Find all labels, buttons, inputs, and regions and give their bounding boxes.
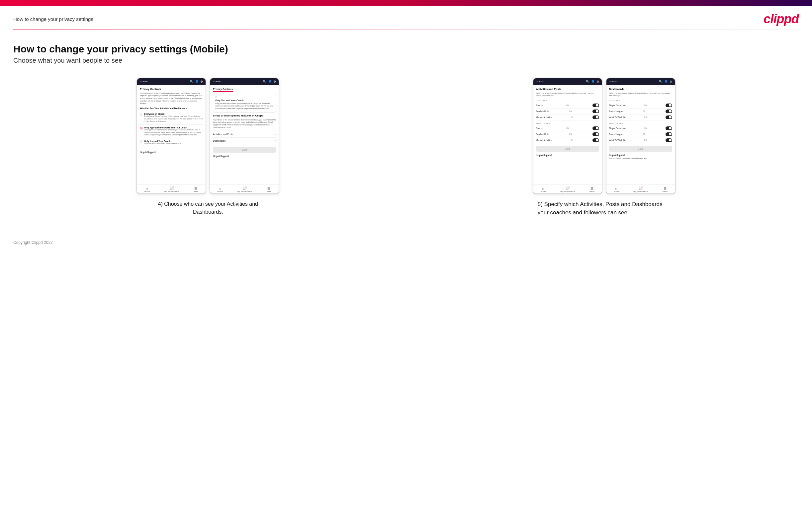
followers-what-work-row[interactable]: What To Work On ON	[609, 137, 672, 143]
settings-icon-3[interactable]: ⚙	[597, 80, 599, 83]
chevron-left-icon-2: ‹	[213, 80, 213, 82]
popup-radio-circle	[215, 96, 217, 98]
radio-everyone[interactable]: Everyone on Clippd Everyone on Clippd ca…	[140, 111, 203, 125]
phone-2-back[interactable]: ‹ < Back	[213, 80, 220, 82]
radio-circle-approved	[140, 127, 143, 129]
toggle-coaches-practice[interactable]	[593, 110, 599, 113]
coaches-rounds-row[interactable]: Rounds ON	[536, 103, 599, 109]
user-icon[interactable]: 👤	[195, 80, 199, 83]
phone-1-nav: ‹ < Back 🔍 👤 ⚙	[137, 78, 206, 85]
save-button-3[interactable]: Save	[536, 146, 599, 152]
toggle-followers-what-to-work[interactable]	[666, 138, 672, 142]
phone-3-nav: ‹ < Back 🔍 👤 ⚙	[534, 78, 602, 85]
followers-label-4: FOLLOWERS	[609, 122, 672, 124]
phone-4-nav: ‹ < Back 🔍 👤 ⚙	[606, 78, 675, 85]
phone-4-desc: Select the dashboards that you'd like to…	[609, 92, 672, 97]
toggle-coaches-manual[interactable]	[593, 115, 599, 119]
radio-only-you-text: Only You and Your Coach Only you and the…	[144, 140, 181, 145]
user-icon-2[interactable]: 👤	[268, 80, 272, 83]
phone-3-help: Help & Support	[536, 153, 599, 156]
followers-player-row[interactable]: Player Dashboard ON	[609, 125, 672, 131]
phone-3-back[interactable]: ‹ < Back	[536, 80, 544, 82]
chevron-left-icon: ‹	[140, 80, 141, 82]
coaches-what-work-row[interactable]: What To Work On ON	[609, 114, 672, 120]
double-phones-1-2: ‹ < Back 🔍 👤 ⚙ Privacy Controls Control …	[137, 78, 279, 194]
settings-icon-2[interactable]: ⚙	[273, 80, 276, 83]
search-icon-3[interactable]: 🔍	[586, 80, 590, 83]
coaches-player-row[interactable]: Player Dashboard ON	[609, 103, 672, 109]
coaches-practice-row[interactable]: Practice Drills ON	[536, 109, 599, 114]
footer-menu-2[interactable]: ☰ Menu	[266, 186, 271, 192]
phone-1: ‹ < Back 🔍 👤 ⚙ Privacy Controls Control …	[137, 78, 206, 194]
chevron-right-dashboards: ›	[275, 139, 276, 143]
menu-icon-1: ☰	[194, 186, 197, 190]
phone-1-back[interactable]: ‹ < Back	[140, 80, 147, 82]
phone-2-nav: ‹ < Back 🔍 👤 ⚙	[210, 78, 278, 85]
mockups-row: ‹ < Back 🔍 👤 ⚙ Privacy Controls Control …	[13, 78, 799, 217]
on-label-c-rounds: ON	[566, 104, 569, 106]
settings-icon-4[interactable]: ⚙	[669, 80, 672, 83]
phone-3-nav-icons: 🔍 👤 ⚙	[586, 80, 599, 83]
save-button-2[interactable]: Save	[213, 147, 276, 153]
toggle-coaches-round-insights[interactable]	[666, 110, 672, 113]
coaches-round-insights-row[interactable]: Round Insights ON	[609, 109, 672, 114]
footer-home-2[interactable]: ⌂ Home	[217, 186, 223, 192]
on-label-f-rounds: ON	[566, 127, 569, 129]
footer-performance-2[interactable]: 📈 My Performance	[238, 186, 252, 192]
footer-performance-3[interactable]: 📈 My Performance	[560, 186, 575, 192]
toggle-followers-practice[interactable]	[593, 132, 599, 136]
on-label-c-manual: ON	[570, 116, 573, 118]
radio-circle-only-you	[140, 140, 143, 143]
on-label-f-manual: ON	[570, 139, 573, 141]
toggle-coaches-rounds[interactable]	[593, 104, 599, 107]
radio-everyone-text: Everyone on Clippd Everyone on Clippd ca…	[144, 113, 203, 123]
toggle-followers-round-insights[interactable]	[666, 132, 672, 136]
phone-3-desc: Select the types of activity that you'd …	[536, 92, 599, 97]
popup-desc: Only you and the coaches you connect wit…	[215, 103, 274, 110]
followers-practice-row[interactable]: Practice Drills ON	[536, 131, 599, 137]
followers-rounds-row[interactable]: Rounds ON	[536, 125, 599, 131]
dashboards-row[interactable]: Dashboards ›	[213, 138, 276, 144]
phone-4: ‹ < Back 🔍 👤 ⚙ Dashboards Select the das…	[606, 78, 675, 194]
popup-title: Only You and Your Coach	[215, 99, 274, 102]
home-icon-2: ⌂	[219, 186, 221, 190]
home-icon-4: ⌂	[615, 186, 617, 190]
footer-menu-3[interactable]: ☰ Menu	[590, 186, 595, 192]
phone-4-help-desc: Visit our Clippd community to troublesho…	[609, 157, 672, 160]
phone-1-body: Privacy Controls Control how you and you…	[137, 85, 206, 184]
toggle-followers-player[interactable]	[666, 126, 672, 130]
footer-home-3[interactable]: ⌂ Home	[541, 186, 546, 192]
search-icon-4[interactable]: 🔍	[659, 80, 663, 83]
toggle-followers-rounds[interactable]	[593, 126, 599, 130]
followers-round-insights-row[interactable]: Round Insights ON	[609, 131, 672, 137]
page-heading: How to change your privacy settings (Mob…	[13, 44, 799, 55]
phone-4-back[interactable]: ‹ < Back	[609, 80, 617, 82]
footer-menu-4[interactable]: ☰ Menu	[663, 186, 667, 192]
coaches-label-4: COACHES	[609, 100, 672, 102]
search-icon-2[interactable]: 🔍	[263, 80, 266, 83]
footer-home-4[interactable]: ⌂ Home	[614, 186, 619, 192]
on-label-f-practice: ON	[569, 133, 572, 135]
user-icon-3[interactable]: 👤	[591, 80, 595, 83]
copyright: Copyright Clippd 2022	[0, 230, 812, 251]
toggle-coaches-what-to-work[interactable]	[666, 115, 672, 119]
save-button-4[interactable]: Save	[609, 146, 672, 152]
coaches-manual-row[interactable]: Manual Activities ON	[536, 114, 599, 120]
followers-manual-row[interactable]: Manual Activities ON	[536, 137, 599, 143]
footer-home-1[interactable]: ⌂ Home	[145, 186, 150, 192]
footer-menu-1[interactable]: ☰ Menu	[193, 186, 198, 192]
footer-performance-1[interactable]: 📈 My Performance	[164, 186, 179, 192]
phone-2-footer: ⌂ Home 📈 My Performance ☰ Menu	[210, 184, 278, 193]
user-icon-4[interactable]: 👤	[664, 80, 668, 83]
radio-only-you[interactable]: Only You and Your Coach Only you and the…	[140, 138, 203, 147]
on-label-fd-work: ON	[644, 139, 647, 141]
activities-row[interactable]: Activities and Posts ›	[213, 131, 276, 138]
search-icon[interactable]: 🔍	[190, 80, 193, 83]
footer-performance-4[interactable]: 📈 My Performance	[633, 186, 648, 192]
caption-5: 5) Specify which Activities, Posts and D…	[538, 200, 670, 217]
phone-1-footer: ⌂ Home 📈 My Performance ☰ Menu	[137, 184, 206, 193]
toggle-followers-manual[interactable]	[593, 138, 599, 142]
radio-approved[interactable]: Only Approved Followers and Your Coach O…	[140, 125, 203, 138]
settings-icon[interactable]: ⚙	[200, 80, 203, 83]
toggle-coaches-player[interactable]	[666, 104, 672, 107]
